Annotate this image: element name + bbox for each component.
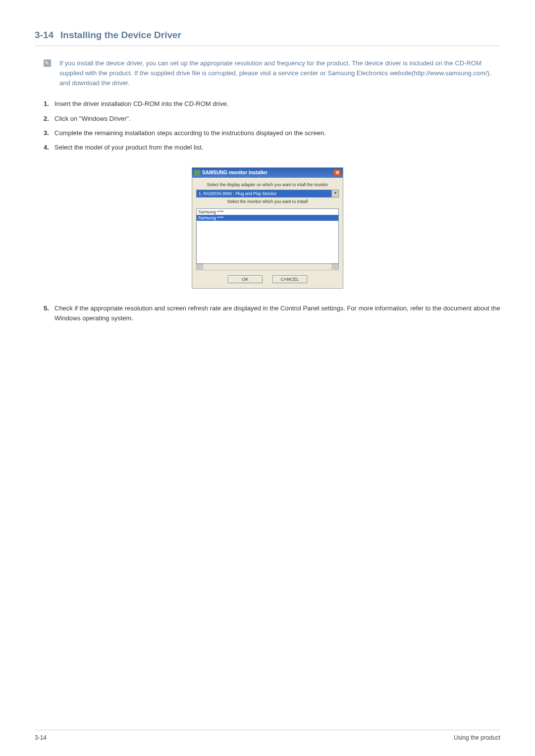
cancel-button[interactable]: CANCEL <box>272 275 307 283</box>
list-item[interactable]: Samsung **** <box>197 215 338 221</box>
note-icon <box>44 59 51 67</box>
installer-window: SAMSUNG monitor installer ✕ Select the d… <box>192 167 343 289</box>
step-number: 4. <box>44 143 54 152</box>
adapter-dropdown-value: 1. RADEON 9550 : Plug and Play Monitor <box>197 190 331 197</box>
step-item: 3. Complete the remaining installation s… <box>44 128 500 138</box>
section-header: 3-14 Installing the Device Driver <box>35 30 500 46</box>
step-text: Click on "Windows Driver". <box>54 114 500 124</box>
step-item: 5. Check if the appropriate resolution a… <box>44 303 500 323</box>
installer-screenshot: SAMSUNG monitor installer ✕ Select the d… <box>35 167 500 289</box>
step-text: Insert the driver installation CD-ROM in… <box>54 99 500 109</box>
step-number: 1. <box>44 99 54 109</box>
adapter-dropdown[interactable]: 1. RADEON 9550 : Plug and Play Monitor ▾ <box>196 190 339 198</box>
info-note-text: If you install the device driver, you ca… <box>59 58 500 88</box>
section-number: 3-14 <box>35 30 54 41</box>
horizontal-scrollbar[interactable]: ‹ › <box>196 264 339 270</box>
adapter-label: Select the display adapter on which you … <box>196 181 339 190</box>
step-item: 4. Select the model of your product from… <box>44 143 500 152</box>
footer-chapter: Using the product <box>454 734 500 741</box>
list-item[interactable]: Samsung **** <box>197 209 338 215</box>
section-title: Installing the Device Driver <box>60 30 181 41</box>
monitor-listbox[interactable]: Samsung **** Samsung **** <box>196 208 339 264</box>
step-number: 3. <box>44 128 54 138</box>
scroll-right-icon[interactable]: › <box>332 264 338 269</box>
steps-list-continued: 5. Check if the appropriate resolution a… <box>44 303 500 323</box>
installer-button-row: OK CANCEL <box>196 275 339 283</box>
close-icon[interactable]: ✕ <box>333 169 341 176</box>
ok-button[interactable]: OK <box>228 275 263 283</box>
step-number: 5. <box>44 303 54 323</box>
installer-body: Select the display adapter on which you … <box>192 178 343 288</box>
step-text: Select the model of your product from th… <box>54 143 500 152</box>
installer-titlebar: SAMSUNG monitor installer ✕ <box>192 168 343 178</box>
steps-list: 1. Insert the driver installation CD-ROM… <box>44 99 500 152</box>
step-item: 2. Click on "Windows Driver". <box>44 114 500 124</box>
info-note-block: If you install the device driver, you ca… <box>44 58 500 88</box>
installer-title: SAMSUNG monitor installer <box>202 170 268 175</box>
step-text: Complete the remaining installation step… <box>54 128 500 138</box>
page-footer: 3-14 Using the product <box>35 730 500 741</box>
scroll-left-icon[interactable]: ‹ <box>197 264 203 269</box>
step-number: 2. <box>44 114 54 124</box>
installer-app-icon <box>194 170 200 176</box>
monitor-label: Select the monitor which you want to ins… <box>196 198 339 206</box>
step-text: Check if the appropriate resolution and … <box>54 303 500 323</box>
chevron-down-icon[interactable]: ▾ <box>331 190 338 197</box>
footer-page-number: 3-14 <box>35 734 47 741</box>
step-item: 1. Insert the driver installation CD-ROM… <box>44 99 500 109</box>
